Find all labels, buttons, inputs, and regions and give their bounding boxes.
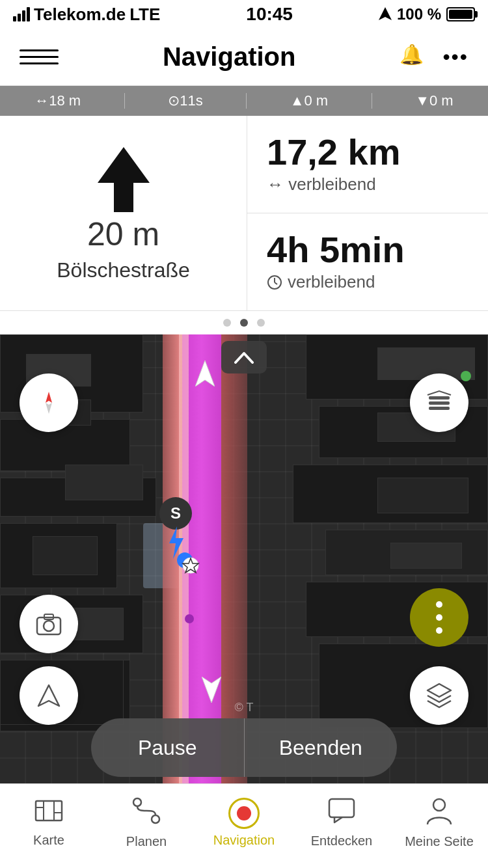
location-button[interactable] (20, 666, 78, 725)
map-nav-icon (34, 798, 63, 829)
svg-point-29 (133, 798, 141, 806)
person-nav-icon (426, 797, 452, 830)
dot-1[interactable] (223, 319, 231, 327)
waypoint-dot (185, 614, 194, 623)
divider (372, 93, 372, 109)
compass-button[interactable] (20, 373, 78, 432)
signal-icon (13, 7, 30, 21)
nav-label-entdecken: Entdecken (311, 834, 373, 848)
nav-info-panel: 20 m Bölschestraße 17,2 km ↔ verbleibend… (0, 116, 488, 311)
stat-time: ⊙11s (168, 92, 202, 109)
stat-elevation-down: ▼0 m (415, 92, 453, 109)
time-label: 10:45 (246, 4, 293, 25)
three-dots-icon (433, 598, 446, 637)
next-distance: 20 m (87, 215, 159, 253)
camera-button[interactable] (20, 595, 78, 653)
layers-icon (425, 681, 454, 710)
menu-button[interactable] (20, 49, 59, 64)
battery-label: 100 % (397, 5, 441, 23)
stats-bar: ↔18 m ⊙11s ▲0 m ▼0 m (0, 86, 488, 116)
total-time-value: 4h 5min (267, 232, 405, 268)
end-button[interactable]: Beenden (245, 718, 398, 777)
nav-label-meinseite: Meine Seite (405, 834, 474, 849)
header: Navigation 🔔 ••• (0, 29, 488, 86)
nav-item-meinseite[interactable]: Meine Seite (390, 797, 488, 849)
nav-item-planen[interactable]: Planen (98, 797, 195, 849)
battery-icon (446, 7, 475, 21)
map-copyright: © T (235, 701, 254, 714)
status-left: Telekom.de LTE (13, 5, 160, 25)
nav-item-karte[interactable]: Karte (0, 798, 98, 848)
svg-line-5 (275, 282, 277, 284)
svg-marker-2 (98, 147, 150, 212)
layers-button[interactable] (410, 666, 468, 725)
stat-elevation-up: ▲0 m (290, 92, 328, 109)
network-label: LTE (129, 5, 160, 25)
more-button[interactable]: ••• (442, 45, 468, 69)
street-name: Bölschestraße (57, 258, 190, 282)
total-time-block: 4h 5min verbleibend (247, 213, 488, 310)
navigation-pointer (195, 360, 215, 389)
camera-icon (34, 610, 63, 638)
nav-item-entdecken[interactable]: Entdecken (293, 798, 390, 848)
pause-end-bar: Pause Beenden (91, 718, 397, 777)
dot-2[interactable] (240, 319, 248, 327)
svg-text:🔔: 🔔 (400, 43, 423, 66)
user-marker (181, 556, 200, 578)
more-options-button[interactable] (410, 588, 468, 647)
svg-marker-7 (46, 392, 52, 403)
compass-icon (33, 387, 65, 419)
carrier-label: Telekom.de (34, 5, 126, 25)
collapse-button[interactable] (221, 341, 267, 373)
total-distance-value: 17,2 km (267, 134, 401, 170)
bottom-navigation: Karte Planen Navigation Entdecken (0, 783, 488, 868)
svg-rect-14 (429, 401, 450, 405)
svg-rect-31 (329, 799, 354, 817)
svg-point-32 (433, 799, 445, 811)
building (33, 536, 98, 575)
svg-rect-13 (429, 396, 450, 400)
status-bar: Telekom.de LTE 10:45 100 % (0, 0, 488, 29)
svg-point-16 (436, 601, 442, 608)
pause-button[interactable]: Pause (91, 718, 245, 777)
svg-marker-8 (46, 403, 52, 414)
svg-marker-12 (202, 677, 221, 703)
svg-rect-24 (36, 801, 62, 821)
page-title: Navigation (163, 42, 295, 72)
notification-dot (461, 371, 471, 381)
svg-point-17 (436, 614, 442, 621)
sound-button[interactable]: 🔔 (400, 43, 423, 72)
record-dot (237, 806, 251, 821)
total-time-label: verbleibend (267, 272, 375, 292)
divider (246, 93, 247, 109)
building (390, 543, 462, 569)
map-icon-button[interactable] (410, 373, 468, 432)
divider (124, 93, 125, 109)
svg-marker-0 (379, 7, 392, 20)
nav-direction-panel: 20 m Bölschestraße (0, 116, 247, 310)
svg-marker-22 (38, 685, 59, 706)
clock-icon (267, 275, 282, 290)
svg-rect-15 (429, 407, 450, 410)
svg-marker-6 (195, 360, 215, 387)
nav-label-navigation: Navigation (213, 833, 275, 848)
dots-indicator (0, 311, 488, 334)
direction-arrow-icon (94, 144, 153, 215)
map-area[interactable]: S (0, 334, 488, 783)
nav-stats-panel: 17,2 km ↔ verbleibend 4h 5min verbleiben… (247, 116, 488, 310)
total-distance-label: ↔ verbleibend (267, 174, 376, 195)
dot-3[interactable] (257, 319, 265, 327)
nav-active-indicator (228, 798, 260, 829)
svg-marker-23 (427, 684, 451, 697)
location-arrow-icon (379, 7, 392, 21)
map-layers-icon (425, 388, 454, 417)
building (65, 465, 143, 500)
down-navigation-arrow (202, 677, 221, 705)
route-nav-icon (132, 797, 161, 830)
building (377, 478, 468, 513)
svg-point-18 (436, 627, 442, 634)
s-marker: S (159, 497, 192, 530)
nav-label-karte: Karte (33, 833, 64, 848)
nav-item-navigation[interactable]: Navigation (195, 798, 293, 848)
header-actions: 🔔 ••• (400, 43, 468, 72)
